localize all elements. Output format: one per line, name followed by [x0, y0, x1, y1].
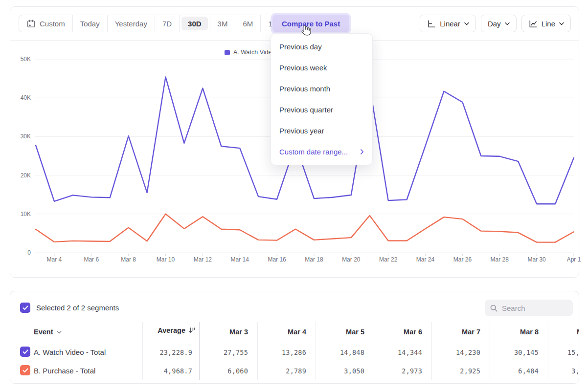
cell-value-clipped: 15, [548, 348, 579, 356]
segment-label: A. Watch Video - Total [34, 348, 106, 356]
cell-value: 14,344 [368, 348, 422, 356]
x-axis-tick-label: Mar 4 [41, 256, 68, 263]
cell-value: 6,060 [194, 367, 248, 375]
check-icon [23, 305, 28, 310]
event-column-header[interactable]: Event [34, 328, 62, 336]
event-header-label: Event [34, 328, 53, 336]
x-axis-tick-label: Mar 30 [523, 256, 550, 263]
segments-panel: Selected 2 of 2 segments EventAverageMar… [10, 291, 579, 384]
selected-summary: Selected 2 of 2 segments [36, 304, 119, 312]
segment-label: B. Purchase - Total [34, 367, 95, 375]
cell-value: 2,789 [252, 367, 306, 375]
average-value: 23,228.9 [124, 348, 192, 356]
search-input[interactable] [502, 304, 565, 312]
segment-checkbox[interactable] [20, 365, 30, 375]
cell-value: 6,484 [485, 367, 539, 375]
y-axis-tick-label: 0 [10, 249, 31, 257]
chevron-down-icon [57, 330, 62, 334]
x-axis-tick-label: Mar 20 [338, 256, 365, 263]
insights-report: CustomTodayYesterday7D30D3M6M12M Compare… [0, 0, 587, 392]
check-icon [23, 349, 28, 354]
x-axis-tick-label: Mar 22 [375, 256, 402, 263]
cell-value-clipped: 3, [548, 367, 579, 375]
y-axis-tick-label: 50K [10, 55, 31, 63]
menu-item-previous-quarter[interactable]: Previous quarter [271, 99, 372, 120]
x-axis-tick-label: Mar 10 [152, 256, 180, 263]
x-axis-tick-label: Mar 16 [263, 256, 291, 263]
date-column-header: Mar 6 [368, 328, 422, 337]
y-axis-tick-label: 40K [10, 94, 31, 102]
date-column-header-clipped: M [577, 328, 579, 337]
x-axis-tick-label: Mar 26 [449, 256, 476, 263]
menu-item-previous-day[interactable]: Previous day [271, 36, 372, 57]
menu-item-custom-date-range[interactable]: Custom date range... [271, 141, 372, 162]
cell-value: 3,050 [311, 367, 364, 375]
cell-value: 30,145 [485, 348, 539, 356]
select-all-checkbox[interactable] [20, 303, 30, 313]
menu-item-previous-year[interactable]: Previous year [271, 120, 372, 141]
cell-value: 13,286 [252, 348, 306, 356]
average-header-label: Average [158, 327, 185, 334]
cell-value: 14,848 [311, 348, 364, 356]
x-axis-tick-label: Mar 14 [226, 256, 253, 263]
date-column-header: Mar 4 [252, 328, 306, 337]
y-axis-tick-label: 30K [10, 132, 31, 140]
cell-value: 14,230 [427, 348, 480, 356]
search-box [485, 300, 573, 316]
y-axis-tick-label: 10K [10, 210, 31, 218]
x-axis-tick-label: Mar 12 [189, 256, 216, 263]
check-icon [23, 368, 28, 373]
cell-value: 2,925 [427, 367, 480, 375]
menu-item-previous-week[interactable]: Previous week [271, 57, 372, 78]
menu-item-label: Custom date range... [279, 148, 348, 156]
x-axis-tick-label: Apr 1 [560, 256, 587, 263]
y-axis-tick-label: 20K [10, 172, 31, 179]
date-column-header: Mar 8 [485, 328, 539, 337]
select-all-row: Selected 2 of 2 segments [20, 303, 119, 313]
cell-value: 2,973 [368, 367, 422, 375]
x-axis-tick-label: Mar 18 [300, 256, 328, 263]
compare-to-past-menu: Previous dayPrevious weekPrevious monthP… [271, 33, 373, 165]
chevron-right-icon [361, 149, 364, 154]
x-axis-tick-label: Mar 6 [78, 256, 105, 263]
legend-swatch [225, 50, 230, 55]
series-line [36, 214, 574, 242]
average-column-header[interactable]: Average [128, 327, 196, 334]
menu-item-previous-month[interactable]: Previous month [271, 78, 372, 99]
cell-value: 27,755 [194, 348, 248, 356]
x-axis-tick-label: Mar 8 [115, 256, 142, 263]
date-column-header: Mar 5 [311, 328, 364, 337]
date-column-header: Mar 3 [194, 328, 248, 337]
search-icon [490, 304, 498, 312]
x-axis-tick-label: Mar 28 [486, 256, 513, 263]
average-value: 4,968.7 [124, 367, 192, 375]
date-column-header: Mar 7 [427, 328, 480, 337]
segment-checkbox[interactable] [20, 347, 30, 357]
x-axis-tick-label: Mar 24 [412, 256, 439, 263]
